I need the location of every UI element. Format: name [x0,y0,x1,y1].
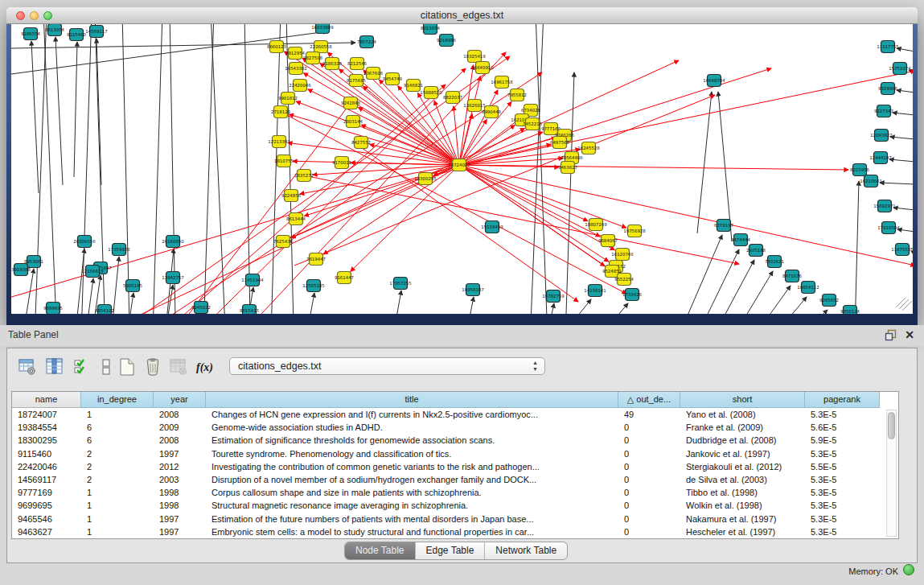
graph-node[interactable]: 16033809 [311,24,334,34]
graph-node[interactable]: 8471676 [782,270,803,282]
column-header-short[interactable]: short [680,392,805,408]
graph-node[interactable]: 7625436 [273,236,294,248]
graph-node[interactable]: 8427552 [351,137,371,149]
graph-node[interactable]: 1835272 [294,170,314,182]
graph-node[interactable]: 18325419 [463,51,486,63]
tab-edge-table[interactable]: Edge Table [416,542,486,559]
select-columns-button[interactable] [70,355,94,379]
table-row[interactable]: 977716911998Corpus callosum shape and si… [12,486,880,499]
graph-node[interactable]: 7932621 [765,256,784,268]
graph-node[interactable]: 7955812 [507,89,527,101]
graph-node[interactable]: 11675535 [891,244,913,256]
graph-node[interactable]: 8954102 [95,305,114,315]
column-header-out_de[interactable]: △ out_de... [618,392,680,408]
graph-node[interactable]: 5905185 [123,280,142,292]
graph-node[interactable]: 11117755 [877,41,898,53]
column-header-title[interactable]: title [206,392,618,408]
graph-node[interactable]: 2803144 [343,116,363,128]
column-header-year[interactable]: year [154,392,206,408]
graph-node[interactable]: 9699695 [43,303,63,315]
graph-node[interactable]: 9245652 [819,295,839,307]
graph-node[interactable]: 10654112 [797,282,819,294]
graph-node[interactable]: 20206556 [73,236,96,248]
scrollbar-thumb[interactable] [888,412,895,439]
graph-node[interactable]: 9115460 [67,29,87,41]
function-builder-button[interactable]: f(x) [194,355,218,379]
graph-node[interactable]: 6497568 [550,137,570,149]
graph-node[interactable]: 9827508 [303,52,323,64]
graph-node[interactable]: 8815423 [240,305,259,315]
delete-column-button[interactable] [141,355,165,379]
graph-node[interactable]: 8175685 [347,75,366,87]
create-column-button[interactable] [115,355,139,379]
table-row[interactable]: 969969511998Structural magnetic resonanc… [12,499,880,512]
graph-node[interactable]: 26160650 [162,236,184,248]
graph-node[interactable]: 2718120 [271,106,291,118]
graph-node[interactable]: 16648784 [703,75,725,87]
graph-node[interactable]: 2367608 [363,68,384,80]
graph-node[interactable]: 8660123 [267,41,286,53]
graph-node[interactable]: 9463627 [558,162,577,174]
delete-table-button[interactable] [166,355,191,379]
graph-node[interactable]: 8822037 [443,92,462,104]
table-row[interactable]: 1938455462009Genome-wide association stu… [12,421,880,434]
graph-node[interactable]: 12093822 [870,130,892,142]
graph-node[interactable]: 15688520 [420,87,442,99]
table-vertical-scrollbar[interactable] [886,410,897,537]
graph-node[interactable]: 8212546 [347,58,368,70]
graph-node[interactable]: 16961758 [491,76,513,89]
graph-node[interactable]: 9161447 [335,272,354,284]
network-canvas[interactable]: 1872400786601232226055889129549827508165… [11,24,913,314]
graph-node[interactable]: 8215956 [850,164,870,176]
graph-node[interactable]: 12505185 [302,280,324,292]
tab-network-table[interactable]: Network Table [485,542,567,559]
graph-node[interactable]: 17957255 [389,278,411,290]
graph-node[interactable]: 18807249 [585,219,607,231]
graph-node[interactable]: 8813054 [421,24,441,35]
graph-node[interactable]: 9329966 [878,83,898,95]
graph-node[interactable]: 16245528 [577,142,600,154]
graph-node[interactable]: 16120746 [611,249,634,261]
graph-node[interactable]: 15134459 [481,221,503,233]
graph-node[interactable]: 8186328 [322,58,343,70]
graph-node[interactable]: 3919388 [11,264,31,276]
graph-node[interactable]: 16640910 [471,62,494,74]
graph-node[interactable]: 10958107 [462,284,483,296]
graph-node[interactable]: 22260558 [310,41,332,53]
graph-node[interactable]: 13942757 [162,272,183,284]
table-row[interactable]: 946362711997Embryonic stem cells: a mode… [12,525,880,538]
graph-node[interactable]: 12444197 [869,152,891,164]
graph-node[interactable]: 11451944 [241,274,264,286]
graph-node[interactable]: 9356124 [840,306,860,315]
table-row[interactable]: 911546021997Tourette syndrome. Phenomeno… [12,447,880,460]
graph-node[interactable]: 14136141 [584,285,606,297]
graph-node[interactable]: 17016504 [877,222,900,234]
float-panel-icon[interactable] [885,329,897,341]
graph-node[interactable]: 2935188 [746,245,766,257]
window-titlebar[interactable]: citations_edges.txt [6,7,918,24]
graph-node[interactable]: 8990448 [482,106,502,118]
table-row[interactable]: 2242004622012Investigating the contribut… [12,460,880,473]
graph-node[interactable]: 8912954 [285,47,306,60]
graph-node[interactable]: 1810755 [274,155,294,167]
table-row[interactable]: 1872400712008Changes of HCN gene express… [12,408,880,421]
graph-node[interactable]: 8613054 [45,24,65,36]
graph-node[interactable]: 16210643 [860,175,881,187]
graph-node[interactable]: 9186554 [21,28,41,40]
table-row[interactable]: 946554611997Estimation of the future num… [12,513,880,525]
graph-node[interactable]: 19756928 [623,225,646,237]
graph-node[interactable]: 7857224 [357,36,377,48]
table-row[interactable]: 1830029562008Estimation of significance … [12,434,880,447]
graph-node[interactable]: 14569117 [85,26,107,38]
column-header-pagerank[interactable]: pagerank [805,392,880,408]
graph-node[interactable]: 7452216 [523,118,543,130]
graph-node[interactable]: 8454749 [383,73,403,85]
graph-node[interactable]: 8613444 [286,213,306,225]
show-column-button[interactable] [43,355,67,379]
graph-node[interactable]: 9474444 [731,234,751,246]
table-row[interactable]: 1456911722003Disruption of a novel membe… [12,473,880,486]
close-panel-icon[interactable]: ✕ [905,328,914,342]
graph-node[interactable]: 9224858 [281,190,302,202]
graph-node[interactable]: 17359926 [108,244,130,256]
graph-node[interactable]: 9218986 [437,35,457,47]
